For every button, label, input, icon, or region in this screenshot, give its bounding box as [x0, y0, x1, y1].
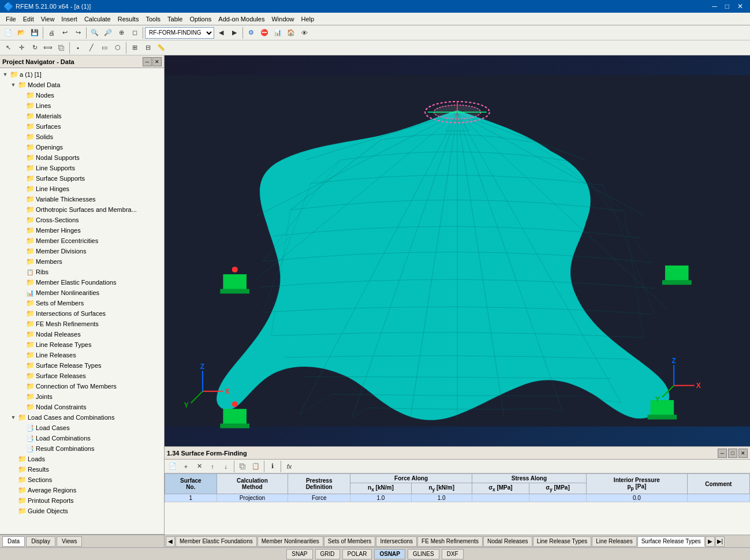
tb-redo[interactable]: ↪: [72, 27, 84, 39]
menu-window[interactable]: Window: [268, 14, 297, 24]
tree-item-avgregions[interactable]: 📁Average Regions: [0, 485, 164, 495]
tree-item-ortho[interactable]: 📁Orthotropic Surfaces and Membra...: [0, 204, 164, 215]
tree-toggle-a11[interactable]: ▼: [1, 70, 9, 79]
menu-help[interactable]: Help: [298, 14, 318, 24]
tree-item-rcombo[interactable]: 📑Result Combinations: [0, 443, 164, 454]
tree-item-results[interactable]: 📁Results: [0, 464, 164, 475]
tree-item-setsmembers[interactable]: 📁Sets of Members: [0, 298, 164, 308]
tb-prev[interactable]: ◀: [215, 27, 227, 39]
table-insert[interactable]: +: [180, 460, 192, 473]
tree-item-members[interactable]: 📁Members: [0, 256, 164, 267]
tb-next[interactable]: ▶: [228, 27, 241, 39]
tb2-measure[interactable]: 📏: [155, 42, 167, 54]
table-fx[interactable]: fx: [283, 460, 296, 473]
bottom-panel-maximize[interactable]: □: [728, 449, 737, 458]
tab-sets-members[interactable]: Sets of Members: [324, 536, 376, 547]
project-tree[interactable]: ▼📁a (1) [1]▼📁Model Data📁Nodes📁Lines📁Mate…: [0, 68, 164, 534]
tree-item-linereleases[interactable]: 📁Line Releases: [0, 350, 164, 360]
tab-nav-right2[interactable]: ▶|: [715, 536, 725, 547]
tab-nodal-releases[interactable]: Nodal Releases: [483, 536, 532, 547]
panel-tab-display[interactable]: Display: [26, 536, 55, 547]
status-grid[interactable]: GRID: [315, 549, 340, 559]
menu-edit[interactable]: Edit: [20, 14, 38, 24]
cell-ny[interactable]: 1.0: [411, 494, 472, 502]
tb-print[interactable]: 🖨: [45, 27, 58, 39]
table-new[interactable]: 📄: [166, 460, 179, 473]
tree-item-openings[interactable]: 📁Openings: [0, 142, 164, 152]
tab-member-nonlin[interactable]: Member Nonlinearities: [258, 536, 323, 547]
tree-item-femesh[interactable]: 📁FE Mesh Refinements: [0, 319, 164, 329]
tree-item-loads[interactable]: 📁Loads: [0, 454, 164, 464]
tree-item-membereccentricities[interactable]: 📁Member Eccentricities: [0, 236, 164, 246]
tb-new[interactable]: 📄: [2, 27, 14, 39]
tree-item-printout[interactable]: 📁Printout Reports: [0, 495, 164, 506]
tree-toggle-loadcases[interactable]: ▼: [9, 413, 17, 421]
tree-item-linereleasetyp[interactable]: 📁Line Release Types: [0, 339, 164, 350]
close-button[interactable]: ✕: [734, 1, 747, 12]
tree-item-varthick[interactable]: 📁Variable Thicknesses: [0, 194, 164, 204]
tree-item-materials[interactable]: 📁Materials: [0, 111, 164, 121]
cell-comment[interactable]: [687, 494, 749, 502]
tb-undo[interactable]: ↩: [58, 27, 71, 39]
bottom-panel-minimize[interactable]: ─: [718, 449, 727, 458]
tb-select[interactable]: ◻: [128, 27, 141, 39]
tree-item-loadcases[interactable]: ▼📁Load Cases and Combinations: [0, 412, 164, 423]
tree-item-sections[interactable]: 📁Sections: [0, 475, 164, 485]
tree-item-memberhinges[interactable]: 📁Member Hinges: [0, 225, 164, 236]
panel-close-btn[interactable]: ✕: [152, 57, 162, 66]
tb-view2[interactable]: 👁: [298, 27, 311, 39]
status-snap[interactable]: SNAP: [286, 549, 312, 559]
panel-tab-views[interactable]: Views: [57, 536, 83, 547]
tree-item-surfreleasetyp[interactable]: 📁Surface Release Types: [0, 360, 164, 371]
menu-options[interactable]: Options: [186, 14, 215, 24]
tab-line-release-types[interactable]: Line Release Types: [533, 536, 592, 547]
viewport-3d[interactable]: X Z Y X Z Y: [165, 55, 750, 446]
menu-calculate[interactable]: Calculate: [81, 14, 114, 24]
tree-item-solids[interactable]: 📁Solids: [0, 132, 164, 142]
tree-item-nodalreleases[interactable]: 📁Nodal Releases: [0, 329, 164, 339]
tree-item-memberdivisions[interactable]: 📁Member Divisions: [0, 246, 164, 256]
table-paste[interactable]: 📋: [249, 460, 262, 473]
tb-zoom-in[interactable]: 🔍: [88, 27, 101, 39]
tree-item-linesupports[interactable]: 📁Line Supports: [0, 163, 164, 173]
tb-zoom-out[interactable]: 🔎: [102, 27, 114, 39]
tree-item-ribs[interactable]: 📋Ribs: [0, 267, 164, 277]
status-osnap[interactable]: OSNAP: [374, 549, 405, 559]
tb2-copy[interactable]: ⿻: [55, 42, 68, 54]
tab-nav-left[interactable]: ◀: [166, 536, 175, 547]
tree-item-joints[interactable]: 📁Joints: [0, 391, 164, 402]
maximize-button[interactable]: □: [722, 1, 733, 12]
tb-save[interactable]: 💾: [28, 27, 41, 39]
table-down[interactable]: ↓: [219, 460, 232, 473]
tb2-snap[interactable]: ⊞: [128, 42, 141, 54]
tb-zoom-all[interactable]: ⊕: [115, 27, 128, 39]
tree-item-surfsupports[interactable]: 📁Surface Supports: [0, 173, 164, 184]
tb2-rotate[interactable]: ↻: [28, 42, 41, 54]
table-delete[interactable]: ✕: [193, 460, 206, 473]
status-glines[interactable]: GLINES: [408, 549, 439, 559]
tree-item-lines[interactable]: 📁Lines: [0, 100, 164, 111]
tree-item-a11[interactable]: ▼📁a (1) [1]: [0, 69, 164, 80]
menu-results[interactable]: Results: [114, 14, 143, 24]
tb2-solid[interactable]: ⬡: [111, 42, 124, 54]
status-polar[interactable]: POLAR: [342, 549, 372, 559]
tree-item-lcombo[interactable]: 📑Load Combinations: [0, 433, 164, 443]
cell-nx[interactable]: 1.0: [350, 494, 411, 502]
load-case-combo[interactable]: RF-FORM-FINDING: [145, 27, 214, 39]
menu-view[interactable]: View: [38, 14, 58, 24]
cell-prestress[interactable]: Force: [288, 494, 350, 502]
tb2-grid[interactable]: ⊟: [141, 42, 154, 54]
tb-results-view[interactable]: 📊: [271, 27, 284, 39]
table-up[interactable]: ↑: [206, 460, 219, 473]
menu-addons[interactable]: Add-on Modules: [215, 14, 268, 24]
tree-item-membernonlin[interactable]: 📊Member Nonlinearities: [0, 288, 164, 298]
tab-fe-mesh[interactable]: FE Mesh Refinements: [417, 536, 483, 547]
tb2-line[interactable]: ╱: [85, 42, 98, 54]
tb-run[interactable]: ⚙: [245, 27, 258, 39]
menu-file[interactable]: File: [2, 14, 20, 24]
status-dxf[interactable]: DXF: [442, 549, 464, 559]
tab-intersections[interactable]: Intersections: [376, 536, 417, 547]
tree-item-nodalsupports[interactable]: 📁Nodal Supports: [0, 152, 164, 163]
table-info[interactable]: ℹ: [266, 460, 279, 473]
cell-calc-method[interactable]: Projection: [217, 494, 288, 502]
